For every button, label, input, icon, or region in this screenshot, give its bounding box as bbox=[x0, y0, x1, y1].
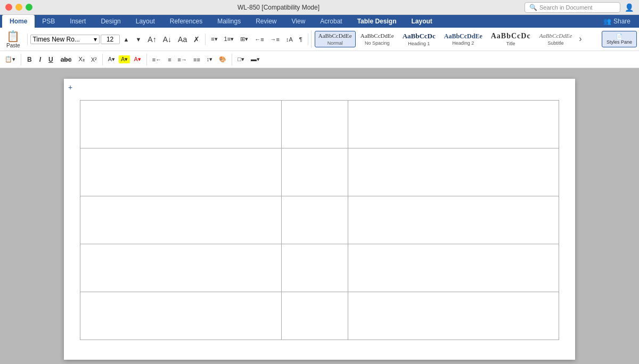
separator6 bbox=[146, 54, 147, 65]
table-cell[interactable] bbox=[80, 244, 282, 292]
tab-mailings[interactable]: Mailings bbox=[210, 15, 248, 28]
document-page: + bbox=[64, 79, 575, 360]
style-subtitle[interactable]: AaBbCcDdEe Subtitle bbox=[536, 31, 576, 47]
extra-button[interactable]: ▬▾ bbox=[248, 55, 263, 64]
bullet-list-button[interactable]: ≡▾ bbox=[208, 35, 220, 44]
table-cell[interactable] bbox=[281, 148, 348, 196]
table-cell[interactable] bbox=[348, 196, 559, 244]
table-cell[interactable] bbox=[80, 101, 282, 148]
table-cell[interactable] bbox=[348, 292, 559, 340]
table-row bbox=[80, 196, 559, 244]
close-button[interactable] bbox=[5, 4, 12, 11]
table-cell[interactable] bbox=[348, 148, 559, 196]
styles-gallery: AaBbCcDdEe Normal AaBbCcDdEe No Spacing … bbox=[311, 30, 601, 48]
align-left-button[interactable]: ≡← bbox=[150, 55, 164, 64]
tab-table-design[interactable]: Table Design bbox=[350, 15, 404, 28]
style-title-label: Title bbox=[506, 41, 515, 46]
window-controls[interactable] bbox=[5, 4, 32, 11]
style-no-spacing[interactable]: AaBbCcDdEe No Spacing bbox=[357, 31, 398, 47]
font-size-up-icon[interactable]: ▲ bbox=[121, 35, 132, 44]
highlight-button[interactable]: A▾ bbox=[119, 55, 130, 63]
style-subtitle-preview: AaBbCcDdEe bbox=[539, 32, 572, 39]
share-icon: 👥 bbox=[603, 18, 611, 25]
styles-pane-button[interactable]: 📄 Styles Pane bbox=[602, 31, 637, 47]
style-title[interactable]: AaBbCcDc Title bbox=[487, 30, 535, 48]
separator3 bbox=[308, 34, 308, 45]
table-row bbox=[80, 292, 559, 340]
font-dropdown-icon: ▾ bbox=[94, 36, 97, 43]
table-cell[interactable] bbox=[281, 101, 348, 148]
styles-pane-icon: 📄 bbox=[616, 34, 622, 39]
style-normal-preview: AaBbCcDdEe bbox=[318, 32, 352, 39]
toolbar-row2: 📋▾ B I U abc X₂ X² A▾ A▾ A▾ ≡← ≡ ≡→ ≡≡ ↕… bbox=[0, 51, 639, 68]
indent-increase-button[interactable]: →≡ bbox=[268, 35, 282, 44]
gallery-scroll-button[interactable]: › bbox=[577, 33, 584, 45]
tab-references[interactable]: References bbox=[162, 15, 210, 28]
table-row bbox=[80, 148, 559, 196]
font-size-input[interactable]: 12 bbox=[101, 35, 120, 44]
align-center-button[interactable]: ≡ bbox=[165, 55, 174, 64]
underline-button[interactable]: U bbox=[45, 55, 56, 64]
table-cell[interactable] bbox=[80, 196, 282, 244]
search-box[interactable]: 🔍 Search in Document bbox=[525, 2, 620, 13]
paste-sub-button[interactable]: 📋▾ bbox=[2, 55, 18, 64]
style-h2-preview: AaBbCcDdEe bbox=[444, 32, 482, 40]
outline-list-button[interactable]: ⊞▾ bbox=[237, 35, 251, 44]
tab-layout2[interactable]: Layout bbox=[404, 15, 439, 28]
minimize-button[interactable] bbox=[15, 4, 22, 11]
font-grow-button[interactable]: A↑ bbox=[145, 34, 159, 45]
table-cell[interactable] bbox=[348, 101, 559, 148]
tab-home[interactable]: Home bbox=[2, 15, 35, 28]
font-color-button[interactable]: A▾ bbox=[105, 55, 118, 64]
tab-view[interactable]: View bbox=[284, 15, 313, 28]
style-subtitle-label: Subtitle bbox=[547, 40, 563, 46]
add-table-icon[interactable]: + bbox=[68, 83, 72, 92]
style-h1-label: Heading 1 bbox=[408, 41, 430, 46]
tab-layout[interactable]: Layout bbox=[128, 15, 162, 28]
align-right-button[interactable]: ≡→ bbox=[175, 55, 190, 64]
user-icon[interactable]: 👤 bbox=[625, 3, 634, 12]
tab-psb[interactable]: PSB bbox=[35, 15, 62, 28]
table-cell[interactable] bbox=[80, 148, 282, 196]
styles-pane-label: Styles Pane bbox=[607, 39, 632, 45]
clear-format-button[interactable]: ✗ bbox=[191, 34, 202, 45]
tab-review[interactable]: Review bbox=[248, 15, 284, 28]
maximize-button[interactable] bbox=[26, 4, 32, 11]
separator7 bbox=[232, 54, 232, 65]
bold-button[interactable]: B bbox=[24, 55, 35, 64]
font-case-button[interactable]: Aa bbox=[175, 34, 190, 45]
italic-button[interactable]: I bbox=[36, 55, 44, 64]
share-button[interactable]: 👥 Share bbox=[597, 15, 637, 28]
table-cell[interactable] bbox=[348, 244, 559, 292]
font-shrink-button[interactable]: A↓ bbox=[160, 34, 174, 45]
ribbon: Home PSB Insert Design Layout References… bbox=[0, 15, 639, 68]
style-heading2[interactable]: AaBbCcDdEe Heading 2 bbox=[440, 31, 486, 47]
table-cell[interactable] bbox=[281, 292, 348, 340]
superscript-button[interactable]: X² bbox=[88, 55, 100, 64]
tab-acrobat[interactable]: Acrobat bbox=[313, 15, 349, 28]
show-formatting-button[interactable]: ¶ bbox=[297, 35, 305, 44]
text-color-button[interactable]: A▾ bbox=[131, 55, 143, 64]
table-cell[interactable] bbox=[80, 292, 282, 340]
align-justify-button[interactable]: ≡≡ bbox=[191, 55, 203, 64]
style-normal[interactable]: AaBbCcDdEe Normal bbox=[315, 31, 356, 47]
paste-button[interactable]: 📋 Paste bbox=[2, 29, 24, 49]
tab-insert[interactable]: Insert bbox=[62, 15, 93, 28]
font-size-down-icon[interactable]: ▼ bbox=[133, 35, 144, 44]
font-name-selector[interactable]: Times New Ro... ▾ bbox=[30, 35, 100, 44]
sort-button[interactable]: ↕A bbox=[283, 35, 296, 44]
style-heading1[interactable]: AaBbCcDc Heading 1 bbox=[399, 30, 439, 48]
indent-decrease-button[interactable]: ←≡ bbox=[252, 35, 266, 44]
title-right: 🔍 Search in Document 👤 bbox=[525, 2, 634, 13]
strikethrough-button[interactable]: abc bbox=[58, 55, 75, 64]
table-row bbox=[80, 244, 559, 292]
table-cell[interactable] bbox=[281, 196, 348, 244]
table-cell[interactable] bbox=[281, 244, 348, 292]
line-spacing-button[interactable]: ↕▾ bbox=[204, 55, 216, 64]
style-nospace-label: No Spacing bbox=[365, 40, 390, 46]
borders-button[interactable]: □▾ bbox=[235, 55, 247, 64]
subscript-button[interactable]: X₂ bbox=[76, 55, 87, 64]
numbered-list-button[interactable]: 1≡▾ bbox=[222, 35, 237, 44]
tab-design[interactable]: Design bbox=[93, 15, 128, 28]
shading-button[interactable]: 🎨 bbox=[216, 55, 229, 64]
